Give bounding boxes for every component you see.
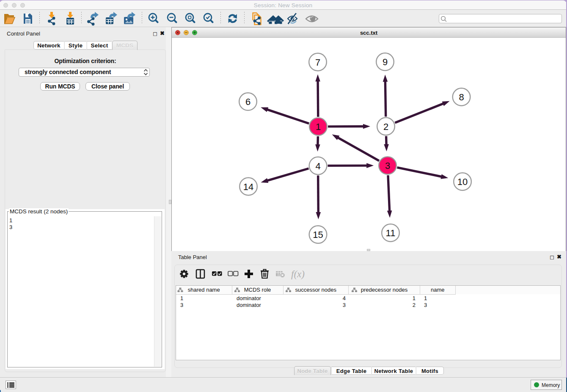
svg-text:3: 3 xyxy=(385,160,390,171)
svg-text:2: 2 xyxy=(383,121,388,132)
svg-text:1: 1 xyxy=(316,121,321,132)
svg-text:14: 14 xyxy=(243,182,253,192)
svg-text:4: 4 xyxy=(315,161,320,171)
svg-text:7: 7 xyxy=(315,57,320,68)
svg-text:10: 10 xyxy=(457,177,468,187)
svg-text:9: 9 xyxy=(383,57,388,67)
svg-text:11: 11 xyxy=(386,228,396,238)
svg-text:6: 6 xyxy=(245,97,250,107)
svg-text:8: 8 xyxy=(459,92,464,102)
svg-text:15: 15 xyxy=(313,229,323,240)
svg-text:f(x): f(x) xyxy=(291,269,305,279)
